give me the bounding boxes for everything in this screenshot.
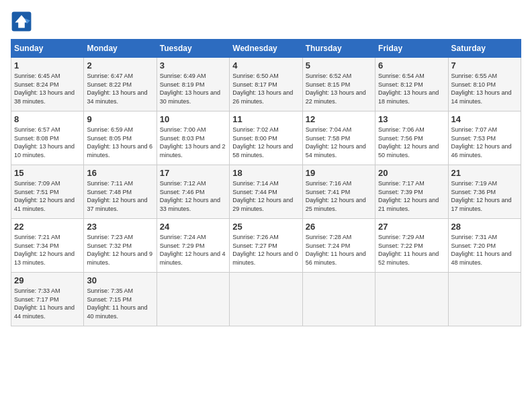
day-number: 1 xyxy=(14,60,81,71)
col-monday: Monday xyxy=(84,40,157,58)
calendar-cell: 18Sunrise: 7:14 AMSunset: 7:44 PMDayligh… xyxy=(230,165,302,219)
day-info: Sunrise: 6:54 AMSunset: 8:12 PMDaylight:… xyxy=(378,72,445,105)
calendar-cell: 27Sunrise: 7:29 AMSunset: 7:22 PMDayligh… xyxy=(375,219,448,273)
calendar-cell: 23Sunrise: 7:23 AMSunset: 7:32 PMDayligh… xyxy=(84,219,157,273)
calendar-cell: 15Sunrise: 7:09 AMSunset: 7:51 PMDayligh… xyxy=(11,165,84,219)
day-number: 2 xyxy=(87,60,153,71)
day-number: 27 xyxy=(378,222,445,232)
day-number: 6 xyxy=(378,60,445,71)
day-info: Sunrise: 7:14 AMSunset: 7:44 PMDaylight:… xyxy=(232,179,299,213)
calendar-week-4: 22Sunrise: 7:21 AMSunset: 7:34 PMDayligh… xyxy=(11,219,521,273)
calendar-cell: 13Sunrise: 7:06 AMSunset: 7:56 PMDayligh… xyxy=(375,111,448,165)
day-info: Sunrise: 6:45 AMSunset: 8:24 PMDaylight:… xyxy=(14,72,81,105)
day-info: Sunrise: 6:55 AMSunset: 8:10 PMDaylight:… xyxy=(451,72,518,105)
calendar-cell: 20Sunrise: 7:17 AMSunset: 7:39 PMDayligh… xyxy=(375,165,448,219)
calendar-cell: 12Sunrise: 7:04 AMSunset: 7:58 PMDayligh… xyxy=(302,111,375,165)
day-number: 3 xyxy=(160,60,226,71)
calendar-cell: 10Sunrise: 7:00 AMSunset: 8:03 PMDayligh… xyxy=(157,111,229,165)
day-number: 30 xyxy=(87,275,153,285)
calendar-week-1: 1Sunrise: 6:45 AMSunset: 8:24 PMDaylight… xyxy=(11,58,521,111)
page-header xyxy=(11,11,521,32)
day-number: 25 xyxy=(232,222,299,232)
day-info: Sunrise: 6:50 AMSunset: 8:17 PMDaylight:… xyxy=(232,72,299,105)
day-number: 14 xyxy=(451,114,518,124)
calendar-cell: 3Sunrise: 6:49 AMSunset: 8:19 PMDaylight… xyxy=(157,58,229,111)
calendar-cell xyxy=(302,273,375,326)
day-number: 11 xyxy=(232,114,299,124)
calendar-cell: 2Sunrise: 6:47 AMSunset: 8:22 PMDaylight… xyxy=(84,58,157,111)
calendar-cell: 25Sunrise: 7:26 AMSunset: 7:27 PMDayligh… xyxy=(230,219,302,273)
day-info: Sunrise: 7:16 AMSunset: 7:41 PMDaylight:… xyxy=(306,179,372,213)
calendar-week-5: 29Sunrise: 7:33 AMSunset: 7:17 PMDayligh… xyxy=(11,273,521,326)
day-number: 8 xyxy=(14,114,81,124)
day-info: Sunrise: 7:33 AMSunset: 7:17 PMDaylight:… xyxy=(14,287,81,320)
day-number: 12 xyxy=(306,114,372,124)
logo-icon xyxy=(11,11,32,32)
day-number: 20 xyxy=(378,168,445,178)
day-number: 10 xyxy=(160,114,226,124)
day-number: 24 xyxy=(160,222,226,232)
day-number: 23 xyxy=(87,222,153,232)
col-sunday: Sunday xyxy=(11,40,84,58)
day-number: 22 xyxy=(14,222,81,232)
day-info: Sunrise: 7:35 AMSunset: 7:15 PMDaylight:… xyxy=(87,287,153,320)
day-number: 26 xyxy=(306,222,372,232)
calendar-week-2: 8Sunrise: 6:57 AMSunset: 8:08 PMDaylight… xyxy=(11,111,521,165)
day-info: Sunrise: 7:00 AMSunset: 8:03 PMDaylight:… xyxy=(160,126,226,159)
day-info: Sunrise: 7:12 AMSunset: 7:46 PMDaylight:… xyxy=(160,179,226,213)
logo xyxy=(11,11,35,32)
col-wednesday: Wednesday xyxy=(230,40,302,58)
calendar-cell: 28Sunrise: 7:31 AMSunset: 7:20 PMDayligh… xyxy=(448,219,521,273)
day-number: 4 xyxy=(232,60,299,71)
day-info: Sunrise: 7:04 AMSunset: 7:58 PMDaylight:… xyxy=(306,126,372,159)
calendar-cell: 11Sunrise: 7:02 AMSunset: 8:00 PMDayligh… xyxy=(230,111,302,165)
header-row: Sunday Monday Tuesday Wednesday Thursday… xyxy=(11,40,521,58)
calendar-cell xyxy=(230,273,302,326)
day-info: Sunrise: 7:29 AMSunset: 7:22 PMDaylight:… xyxy=(378,233,445,267)
day-info: Sunrise: 7:11 AMSunset: 7:48 PMDaylight:… xyxy=(87,179,153,213)
day-number: 9 xyxy=(87,114,153,124)
calendar-table: Sunday Monday Tuesday Wednesday Thursday… xyxy=(11,39,521,326)
day-number: 19 xyxy=(306,168,372,178)
calendar-cell xyxy=(375,273,448,326)
calendar-cell: 24Sunrise: 7:24 AMSunset: 7:29 PMDayligh… xyxy=(157,219,229,273)
calendar-cell: 17Sunrise: 7:12 AMSunset: 7:46 PMDayligh… xyxy=(157,165,229,219)
day-info: Sunrise: 6:47 AMSunset: 8:22 PMDaylight:… xyxy=(87,72,153,105)
day-number: 21 xyxy=(451,168,518,178)
calendar-cell: 30Sunrise: 7:35 AMSunset: 7:15 PMDayligh… xyxy=(84,273,157,326)
day-info: Sunrise: 6:49 AMSunset: 8:19 PMDaylight:… xyxy=(160,72,226,105)
calendar-week-3: 15Sunrise: 7:09 AMSunset: 7:51 PMDayligh… xyxy=(11,165,521,219)
calendar-cell: 22Sunrise: 7:21 AMSunset: 7:34 PMDayligh… xyxy=(11,219,84,273)
day-info: Sunrise: 7:07 AMSunset: 7:53 PMDaylight:… xyxy=(451,126,518,159)
day-info: Sunrise: 7:31 AMSunset: 7:20 PMDaylight:… xyxy=(451,233,518,267)
day-info: Sunrise: 7:06 AMSunset: 7:56 PMDaylight:… xyxy=(378,126,445,159)
day-info: Sunrise: 6:59 AMSunset: 8:05 PMDaylight:… xyxy=(87,126,153,159)
col-friday: Friday xyxy=(375,40,448,58)
calendar-cell: 26Sunrise: 7:28 AMSunset: 7:24 PMDayligh… xyxy=(302,219,375,273)
day-number: 28 xyxy=(451,222,518,232)
calendar-cell: 14Sunrise: 7:07 AMSunset: 7:53 PMDayligh… xyxy=(448,111,521,165)
calendar-cell: 21Sunrise: 7:19 AMSunset: 7:36 PMDayligh… xyxy=(448,165,521,219)
day-info: Sunrise: 7:23 AMSunset: 7:32 PMDaylight:… xyxy=(87,233,153,267)
calendar-cell: 29Sunrise: 7:33 AMSunset: 7:17 PMDayligh… xyxy=(11,273,84,326)
calendar-cell: 8Sunrise: 6:57 AMSunset: 8:08 PMDaylight… xyxy=(11,111,84,165)
day-number: 15 xyxy=(14,168,81,178)
calendar-cell xyxy=(448,273,521,326)
calendar-cell: 7Sunrise: 6:55 AMSunset: 8:10 PMDaylight… xyxy=(448,58,521,111)
col-thursday: Thursday xyxy=(302,40,375,58)
col-tuesday: Tuesday xyxy=(157,40,229,58)
day-info: Sunrise: 6:57 AMSunset: 8:08 PMDaylight:… xyxy=(14,126,81,159)
day-info: Sunrise: 7:19 AMSunset: 7:36 PMDaylight:… xyxy=(451,179,518,213)
day-info: Sunrise: 7:02 AMSunset: 8:00 PMDaylight:… xyxy=(232,126,299,159)
calendar-cell: 19Sunrise: 7:16 AMSunset: 7:41 PMDayligh… xyxy=(302,165,375,219)
day-number: 13 xyxy=(378,114,445,124)
calendar-cell xyxy=(157,273,229,326)
day-number: 17 xyxy=(160,168,226,178)
day-info: Sunrise: 7:26 AMSunset: 7:27 PMDaylight:… xyxy=(232,233,299,267)
day-info: Sunrise: 7:21 AMSunset: 7:34 PMDaylight:… xyxy=(14,233,81,267)
day-number: 29 xyxy=(14,275,81,285)
day-number: 16 xyxy=(87,168,153,178)
col-saturday: Saturday xyxy=(448,40,521,58)
day-info: Sunrise: 7:24 AMSunset: 7:29 PMDaylight:… xyxy=(160,233,226,267)
calendar-cell: 16Sunrise: 7:11 AMSunset: 7:48 PMDayligh… xyxy=(84,165,157,219)
